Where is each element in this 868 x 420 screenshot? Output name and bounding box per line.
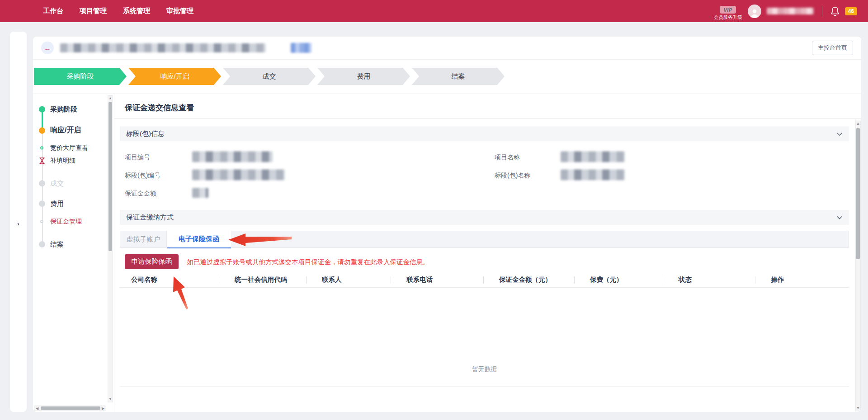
ring-deposit-management <box>40 220 43 223</box>
step-close[interactable]: 结案 <box>412 68 505 85</box>
console-home-button[interactable]: 主控台首页 <box>812 41 853 55</box>
sidebar-item-procurement[interactable]: 采购阶段 <box>50 105 77 114</box>
expand-panel-chevron-icon[interactable]: › <box>10 220 27 227</box>
label-project-number: 项目编号 <box>125 154 150 162</box>
back-button[interactable]: ← <box>41 42 54 54</box>
scrollbar-thumb[interactable] <box>41 406 100 410</box>
back-arrow-icon: ← <box>44 44 51 52</box>
nav-item-approval-management[interactable]: 审批管理 <box>166 7 193 15</box>
dot-procurement <box>39 106 45 112</box>
sidebar-horizontal-scrollbar[interactable]: ◀ ▶ <box>34 406 106 411</box>
title-divider <box>114 118 861 119</box>
navbar-divider <box>822 6 822 17</box>
scroll-up-icon[interactable]: ▲ <box>856 122 860 126</box>
vip-caption: 会员服务升级 <box>714 14 742 21</box>
section-title: 保证金缴纳方式 <box>126 213 836 222</box>
dot-deal <box>39 180 45 187</box>
scroll-left-icon[interactable]: ◀ <box>35 406 39 411</box>
column-company-name: 公司名称 <box>120 272 219 287</box>
nav-item-system-management[interactable]: 系统管理 <box>123 7 150 15</box>
scroll-down-icon[interactable]: ▼ <box>856 406 860 410</box>
scrollbar-thumb[interactable] <box>856 128 860 259</box>
sidebar-item-deposit-management[interactable]: 保证金管理 <box>50 218 82 226</box>
sidebar-item-fill-details[interactable]: 补填明细 <box>50 157 75 165</box>
username-redacted[interactable] <box>767 8 814 14</box>
collapsed-panel: › <box>10 32 27 412</box>
column-credit-code: 统一社会信用代码 <box>219 272 306 287</box>
sidebar-item-close[interactable]: 结案 <box>50 240 64 249</box>
user-avatar[interactable] <box>748 5 761 18</box>
ring-bidding-hall <box>40 146 43 149</box>
scroll-up-icon[interactable]: ▲ <box>108 97 113 100</box>
section-bid-info: 标段(包)信息 <box>120 126 849 141</box>
section-payment-method: 保证金缴纳方式 <box>120 210 849 225</box>
scroll-down-icon[interactable]: ▼ <box>108 397 113 401</box>
value-package-number-redacted <box>192 169 285 180</box>
value-project-name-redacted <box>561 151 625 162</box>
notification-bell-icon[interactable] <box>830 6 840 16</box>
notification-count-badge[interactable]: 46 <box>845 7 857 15</box>
tab-virtual-subaccount[interactable]: 虚拟子账户 <box>120 231 167 247</box>
label-package-number: 标段(包)编号 <box>125 172 160 180</box>
scroll-right-icon[interactable]: ▶ <box>101 406 105 411</box>
value-project-number-redacted <box>192 151 273 162</box>
column-contact: 联系人 <box>306 272 391 287</box>
top-navbar: 工作台 项目管理 系统管理 审批管理 VIP 会员服务升级 46 <box>0 0 868 22</box>
value-package-name-redacted <box>561 169 625 180</box>
section-title: 标段(包)信息 <box>126 130 836 138</box>
step-fee[interactable]: 费用 <box>317 68 410 85</box>
table-empty-state: 暂无数据 <box>120 365 849 373</box>
nav-item-workbench[interactable]: 工作台 <box>43 7 63 15</box>
step-procurement[interactable]: 采购阶段 <box>34 68 127 85</box>
tab-electronic-insurance-letter[interactable]: 电子保险保函 <box>167 231 231 248</box>
main-vertical-scrollbar[interactable]: ▲ ▼ <box>855 121 861 411</box>
column-status: 状态 <box>663 272 755 287</box>
sidebar-item-response-open[interactable]: 响应/开启 <box>50 126 81 135</box>
status-tag-redacted <box>291 43 311 53</box>
hourglass-icon <box>39 157 45 164</box>
page-header: ← 主控台首页 <box>33 37 861 59</box>
project-title-redacted <box>60 43 266 52</box>
apply-insurance-letter-button[interactable]: 申请保险保函 <box>125 254 179 269</box>
scrollbar-thumb[interactable] <box>108 102 112 251</box>
column-deposit-amount: 保证金金额（元） <box>483 272 574 287</box>
vip-upgrade[interactable]: VIP 会员服务升级 <box>714 6 742 21</box>
stage-step-bar: 采购阶段 响应/开启 成交 费用 结案 <box>33 60 861 93</box>
label-deposit-amount: 保证金金额 <box>125 190 156 198</box>
main-panel: 保证金递交信息查看 标段(包)信息 项目编号 项目名称 标段(包)编号 标段(包… <box>114 93 861 412</box>
content-card: ← 主控台首页 采购阶段 响应/开启 成交 费用 结案 采购阶段 <box>33 37 861 412</box>
vip-icon: VIP <box>720 6 736 14</box>
table-bottom-border <box>120 386 849 387</box>
column-actions: 操作 <box>755 272 849 287</box>
sidebar-item-fee[interactable]: 费用 <box>50 200 64 208</box>
navbar-right-cluster: VIP 会员服务升级 46 <box>714 0 857 22</box>
payment-tabs: 虚拟子账户 电子保险保函 <box>120 231 849 248</box>
collapse-chevron-icon[interactable] <box>836 215 843 221</box>
dot-close <box>39 241 45 247</box>
page-title: 保证金递交信息查看 <box>125 103 194 113</box>
main-menu: 工作台 项目管理 系统管理 审批管理 <box>43 0 193 22</box>
column-phone: 联系电话 <box>391 272 483 287</box>
nav-item-project-management[interactable]: 项目管理 <box>80 7 107 15</box>
column-premium: 保费（元） <box>574 272 663 287</box>
dot-response-open <box>39 127 45 134</box>
collapse-chevron-icon[interactable] <box>836 131 843 137</box>
letters-table-header: 公司名称 统一社会信用代码 联系人 联系电话 保证金金额（元） 保费（元） 状态… <box>120 272 849 288</box>
dot-fee <box>39 201 45 207</box>
stage-sidebar: 采购阶段 响应/开启 竞价大厅查看 补填明细 成交 费用 保证金管理 结案 ▲ … <box>33 93 114 412</box>
step-deal[interactable]: 成交 <box>223 68 316 85</box>
sidebar-item-deal[interactable]: 成交 <box>50 179 64 188</box>
label-package-name: 标段(包)名称 <box>495 172 530 180</box>
value-deposit-amount-redacted <box>192 188 208 198</box>
step-response-open[interactable]: 响应/开启 <box>128 68 221 85</box>
label-project-name: 项目名称 <box>495 154 520 162</box>
person-icon <box>750 8 759 18</box>
sidebar-item-bidding-hall[interactable]: 竞价大厅查看 <box>50 144 88 152</box>
sidebar-vertical-scrollbar[interactable]: ▲ ▼ <box>108 95 113 402</box>
duplicate-deposit-warning: 如已通过虚拟子账号或其他方式递交本项目保证金，请勿重复在此录入保证金信息。 <box>187 258 429 266</box>
